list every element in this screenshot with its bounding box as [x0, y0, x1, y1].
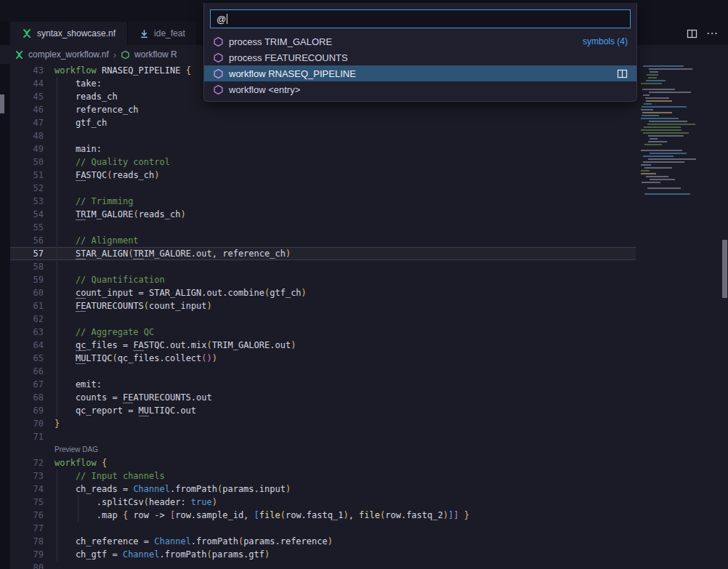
line-number[interactable]: 66	[10, 365, 54, 378]
code-line[interactable]: 51 FASTQC(reads_ch)	[10, 169, 636, 182]
tab-ide-feat[interactable]: ide_feat	[128, 22, 198, 45]
code-text[interactable]: // Alignment	[54, 234, 139, 247]
code-text[interactable]: ch_reference = Channel.fromPath(params.r…	[54, 535, 333, 548]
code-line[interactable]: 73 // Input channels	[10, 469, 636, 483]
code-line[interactable]: 64 qc_files = FASTQC.out.mix(TRIM_GALORE…	[10, 339, 636, 352]
code-line[interactable]: 61 FEATURECOUNTS(count_input)	[10, 299, 636, 312]
code-text[interactable]: count_input = STAR_ALIGN.out.combine(gtf…	[54, 286, 307, 299]
code-line[interactable]: 72workflow {	[10, 456, 636, 469]
code-line[interactable]: 50 // Quality control	[10, 156, 636, 169]
code-line[interactable]: 56 // Alignment	[10, 234, 636, 247]
code-line[interactable]: 49 main:	[10, 142, 636, 156]
breadcrumb-file[interactable]: complex_workflow.nf	[28, 49, 109, 60]
code-text[interactable]: workflow RNASEQ_PIPELINE {	[54, 64, 191, 77]
line-number[interactable]: 48	[10, 129, 54, 142]
line-number[interactable]: 77	[10, 522, 54, 535]
line-number[interactable]: 60	[10, 286, 54, 299]
breadcrumb-symbol[interactable]: workflow R	[134, 49, 177, 60]
line-number[interactable]: 45	[10, 90, 54, 103]
code-line[interactable]: 77	[10, 522, 636, 535]
code-line[interactable]: 71	[10, 430, 636, 443]
code-text[interactable]: MULTIQC(qc_files.collect())	[54, 352, 217, 365]
code-line[interactable]: 46 reference_ch	[10, 103, 636, 116]
code-text[interactable]: main:	[54, 142, 102, 156]
code-text[interactable]: .splitCsv(header: true)	[54, 496, 217, 509]
line-number[interactable]: 75	[10, 496, 54, 509]
code-line[interactable]: 69 qc_report = MULTIQC.out	[10, 404, 636, 417]
open-to-side-icon[interactable]	[617, 69, 628, 78]
code-text[interactable]: }	[54, 417, 60, 430]
quickpick-item-selected[interactable]: workflow RNASEQ_PIPELINE	[204, 65, 636, 81]
code-text[interactable]: counts = FEATURECOUNTS.out	[54, 391, 212, 404]
code-line[interactable]: 67 emit:	[10, 378, 636, 391]
line-number[interactable]: 72	[10, 456, 54, 469]
code-line[interactable]: 76 .map { row -> [row.sample_id, [file(r…	[10, 509, 636, 522]
code-line[interactable]: 68 counts = FEATURECOUNTS.out	[10, 391, 636, 404]
line-number[interactable]: 69	[10, 404, 54, 417]
code-line[interactable]: 62	[10, 312, 636, 326]
code-editor[interactable]: 43workflow RNASEQ_PIPELINE {44 take:45 r…	[10, 64, 636, 569]
scrollbar-thumb[interactable]	[722, 240, 727, 298]
line-number[interactable]: 73	[10, 469, 54, 483]
code-text[interactable]: FASTQC(reads_ch)	[54, 169, 160, 182]
code-line[interactable]: 48	[10, 129, 636, 142]
code-line[interactable]: 65 MULTIQC(qc_files.collect())	[10, 352, 636, 365]
quickpick-item[interactable]: workflow <entry>	[204, 81, 636, 97]
code-line[interactable]: 59 // Quantification	[10, 273, 636, 286]
code-text[interactable]: take:	[54, 77, 102, 90]
code-text[interactable]: reads_ch	[54, 90, 118, 103]
code-text[interactable]: .map { row -> [row.sample_id, [file(row.…	[54, 509, 469, 522]
line-number[interactable]: 80	[10, 561, 54, 569]
line-number[interactable]: 51	[10, 169, 54, 182]
code-line[interactable]: 66	[10, 365, 636, 378]
code-line[interactable]: 57 STAR_ALIGN(TRIM_GALORE.out, reference…	[10, 247, 636, 260]
tab-syntax-showcase[interactable]: syntax_showcase.nf	[10, 22, 128, 45]
line-number[interactable]: 43	[10, 64, 54, 77]
code-text[interactable]: // Quality control	[54, 156, 170, 169]
code-text[interactable]: STAR_ALIGN(TRIM_GALORE.out, reference_ch…	[54, 247, 291, 260]
line-number[interactable]: 61	[10, 299, 54, 312]
code-text[interactable]: TRIM_GALORE(reads_ch)	[54, 208, 186, 221]
code-line[interactable]: 47 gtf_ch	[10, 116, 636, 129]
code-line[interactable]: 74 ch_reads = Channel.fromPath(params.in…	[10, 483, 636, 496]
code-line[interactable]: 55	[10, 221, 636, 234]
code-text[interactable]: gtf_ch	[54, 116, 107, 129]
code-line[interactable]: 53 // Trimming	[10, 195, 636, 208]
line-number[interactable]: 76	[10, 509, 54, 522]
line-number[interactable]: 55	[10, 221, 54, 234]
line-number[interactable]: 79	[10, 548, 54, 561]
line-number[interactable]	[10, 443, 54, 456]
line-number[interactable]: 64	[10, 339, 54, 352]
code-text[interactable]: qc_report = MULTIQC.out	[54, 404, 196, 417]
line-number[interactable]: 68	[10, 391, 54, 404]
code-line[interactable]: 78 ch_reference = Channel.fromPath(param…	[10, 535, 636, 548]
code-text[interactable]: FEATURECOUNTS(count_input)	[54, 299, 212, 312]
line-number[interactable]: 52	[10, 182, 54, 195]
code-text[interactable]: // Input channels	[54, 469, 165, 483]
code-text[interactable]: ch_reads = Channel.fromPath(params.input…	[54, 483, 291, 496]
line-number[interactable]: 63	[10, 326, 54, 339]
line-number[interactable]: 47	[10, 116, 54, 129]
line-number[interactable]: 44	[10, 77, 54, 90]
code-text[interactable]: // Trimming	[54, 195, 133, 208]
code-text[interactable]: emit:	[54, 378, 102, 391]
code-text[interactable]: // Aggregate QC	[54, 326, 154, 339]
line-number[interactable]: 56	[10, 234, 54, 247]
line-number[interactable]: 54	[10, 208, 54, 221]
quickpick-input[interactable]: @	[210, 9, 631, 28]
line-number[interactable]: 65	[10, 352, 54, 365]
line-number[interactable]: 70	[10, 417, 54, 430]
code-line[interactable]: 58	[10, 260, 636, 273]
code-line[interactable]: 70}	[10, 417, 636, 430]
line-number[interactable]: 67	[10, 378, 54, 391]
codelens-row[interactable]: Preview DAG	[10, 443, 636, 456]
code-line[interactable]: 63 // Aggregate QC	[10, 326, 636, 339]
code-text[interactable]: workflow {	[54, 456, 107, 469]
quickpick-item[interactable]: process TRIM_GALORE symbols (4)	[204, 33, 636, 49]
code-text[interactable]: // Quantification	[54, 273, 165, 286]
quickpick-item[interactable]: process FEATURECOUNTS	[204, 49, 636, 65]
code-line[interactable]: 52	[10, 182, 636, 195]
line-number[interactable]: 49	[10, 142, 54, 156]
code-line[interactable]: 54 TRIM_GALORE(reads_ch)	[10, 208, 636, 221]
code-line[interactable]: 75 .splitCsv(header: true)	[10, 496, 636, 509]
